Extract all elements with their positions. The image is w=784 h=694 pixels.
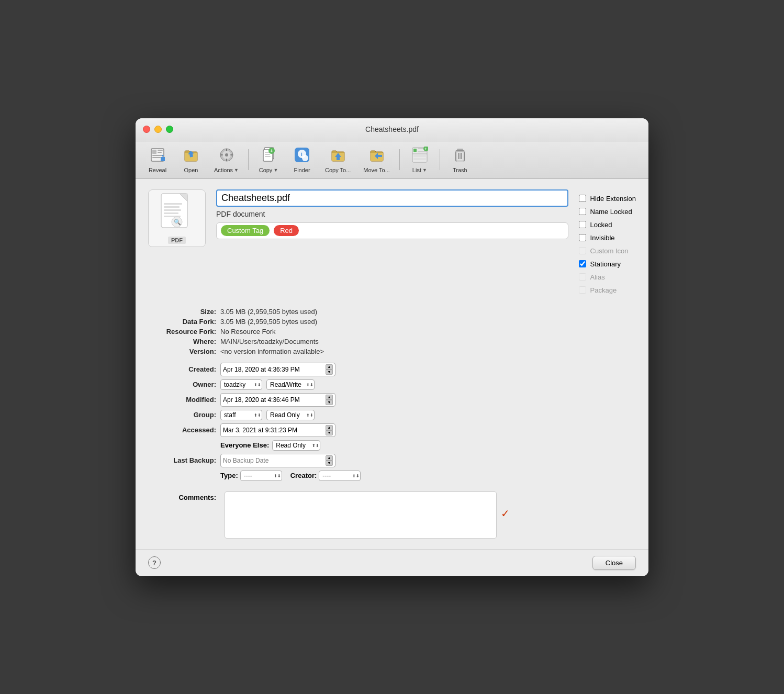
checkboxes-panel: Hide Extension Name Locked Locked Invisi… (579, 189, 636, 299)
hide-extension-label[interactable]: Hide Extension (590, 195, 636, 203)
owner-perm-select-wrap: Read/Write Read Only Write Only No Acces… (266, 379, 315, 390)
copy-to-button[interactable]: Copy To... (320, 144, 356, 175)
last-backup-stepper-up[interactable]: ▲ (326, 455, 333, 461)
list-button[interactable]: + List ▼ (404, 144, 435, 175)
owner-perm-select[interactable]: Read/Write Read Only Write Only No Acces… (266, 379, 315, 390)
move-to-button[interactable]: Move To... (358, 144, 395, 175)
trash-button[interactable]: Trash (444, 144, 476, 175)
custom-icon-label: Custom Icon (590, 247, 629, 255)
list-icon: + (411, 147, 428, 166)
move-to-label: Move To... (363, 167, 390, 173)
accessed-stepper-down[interactable]: ▼ (326, 430, 333, 435)
modified-label: Modified: (148, 396, 216, 404)
size-label: Size: (148, 308, 216, 316)
owner-select-wrap: toadzky root admin (220, 379, 262, 390)
last-backup-input[interactable] (223, 457, 324, 464)
svg-rect-1 (152, 150, 156, 154)
everyone-perm-select[interactable]: Read/Write Read Only Write Only No Acces… (272, 440, 320, 451)
svg-rect-3 (158, 152, 162, 153)
locked-label[interactable]: Locked (590, 221, 612, 229)
owner-select[interactable]: toadzky root admin (220, 379, 262, 390)
group-row: Group: staff wheel admin Read/Write Read… (148, 410, 636, 420)
bottom-bar: ? Close (136, 549, 648, 576)
size-row: Size: 3.05 MB (2,959,505 bytes used) (148, 308, 636, 316)
tags-container[interactable]: Custom Tag Red (216, 222, 568, 239)
modified-stepper-down[interactable]: ▼ (326, 400, 333, 405)
file-icon: 🔍 (159, 193, 195, 237)
created-stepper-up[interactable]: ▲ (326, 364, 333, 370)
alias-checkbox (579, 273, 586, 281)
svg-rect-37 (413, 158, 426, 160)
accessed-input[interactable] (223, 427, 324, 434)
creator-select[interactable]: ---- (319, 471, 361, 481)
creator-label: Creator: (290, 472, 317, 479)
finder-label: Finder (294, 167, 310, 173)
titlebar: Cheatsheets.pdf (136, 118, 648, 141)
minimize-traffic-light[interactable] (154, 126, 162, 133)
locked-checkbox[interactable] (579, 221, 586, 228)
stationary-label[interactable]: Stationary (590, 260, 621, 268)
svg-rect-36 (413, 155, 426, 157)
copy-button[interactable]: + Copy ▼ (253, 144, 284, 175)
svg-rect-20 (265, 156, 271, 157)
last-backup-stepper[interactable]: ▲ ▼ (326, 455, 333, 466)
red-tag[interactable]: Red (274, 225, 299, 236)
help-button[interactable]: ? (148, 556, 161, 569)
filename-input[interactable] (216, 189, 568, 207)
maximize-traffic-light[interactable] (166, 126, 173, 133)
name-locked-item: Name Locked (579, 208, 636, 216)
invisible-label[interactable]: Invisible (590, 234, 615, 242)
traffic-lights (143, 126, 173, 133)
resource-fork-row: Resource Fork: No Resource Fork (148, 328, 636, 335)
package-item: Package (579, 286, 636, 294)
hide-extension-checkbox[interactable] (579, 195, 586, 202)
created-row: Created: ▲ ▼ (148, 363, 636, 376)
created-stepper-down[interactable]: ▼ (326, 370, 333, 375)
name-locked-checkbox[interactable] (579, 208, 586, 215)
last-backup-input-wrap: ▲ ▼ (220, 454, 335, 467)
type-select[interactable]: ---- (240, 471, 282, 481)
svg-text:+: + (270, 148, 273, 154)
close-traffic-light[interactable] (143, 126, 150, 133)
comments-wrap: ✓ (225, 491, 636, 539)
svg-text:i: i (301, 151, 303, 157)
accessed-stepper[interactable]: ▲ ▼ (326, 425, 333, 435)
version-row: Version: <no version information availab… (148, 348, 636, 355)
comments-section: Comments: ✓ (148, 491, 636, 539)
invisible-item: Invisible (579, 234, 636, 242)
created-input[interactable] (223, 366, 324, 373)
finder-button[interactable]: i Finder (286, 144, 318, 175)
stationary-checkbox[interactable] (579, 260, 586, 267)
svg-rect-12 (226, 149, 227, 151)
svg-rect-51 (164, 212, 178, 214)
group-select[interactable]: staff wheel admin (220, 410, 262, 420)
svg-rect-48 (164, 203, 182, 205)
content-area: 🔍 PDF PDF document Custom Tag Red (136, 179, 648, 549)
reveal-icon (149, 147, 166, 166)
file-header: 🔍 PDF PDF document Custom Tag Red (148, 189, 636, 299)
close-button[interactable]: Close (592, 556, 636, 570)
modified-input[interactable] (223, 396, 324, 404)
accessed-stepper-up[interactable]: ▲ (326, 425, 333, 430)
last-backup-stepper-down[interactable]: ▼ (326, 461, 333, 466)
name-locked-label[interactable]: Name Locked (590, 208, 632, 216)
comments-textarea[interactable] (225, 491, 497, 539)
created-stepper[interactable]: ▲ ▼ (326, 364, 333, 375)
file-icon-box: 🔍 PDF (148, 189, 206, 247)
open-icon (183, 147, 199, 166)
svg-rect-19 (265, 154, 270, 155)
open-label: Open (184, 167, 198, 173)
svg-rect-50 (164, 209, 181, 211)
locked-item: Locked (579, 221, 636, 229)
reveal-button[interactable]: Reveal (142, 144, 173, 175)
modified-stepper-up[interactable]: ▲ (326, 395, 333, 400)
actions-button[interactable]: Actions ▼ (209, 144, 244, 175)
type-select-wrap: ---- (240, 471, 282, 481)
custom-icon-item: Custom Icon (579, 247, 636, 255)
modified-stepper[interactable]: ▲ ▼ (326, 395, 333, 405)
svg-rect-14 (220, 154, 223, 155)
invisible-checkbox[interactable] (579, 234, 586, 241)
custom-tag[interactable]: Custom Tag (221, 225, 270, 236)
group-perm-select[interactable]: Read/Write Read Only Write Only No Acces… (266, 410, 315, 420)
open-button[interactable]: Open (175, 144, 207, 175)
